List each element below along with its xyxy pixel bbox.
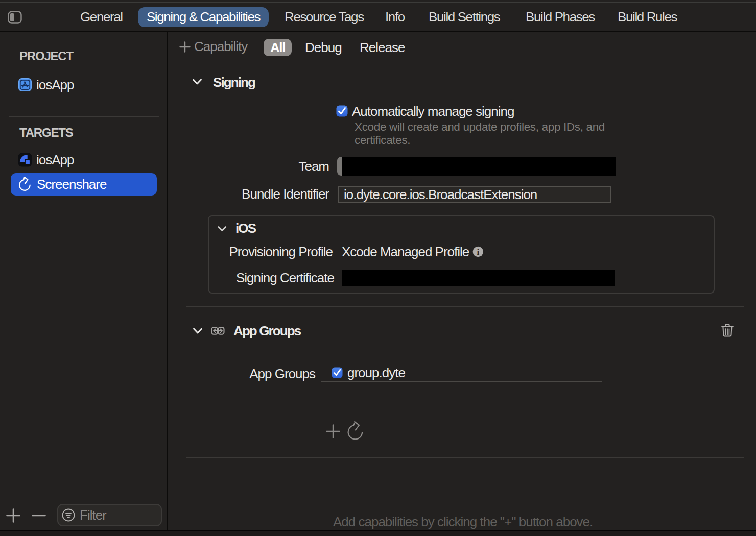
svg-text:i: i: [477, 247, 479, 257]
